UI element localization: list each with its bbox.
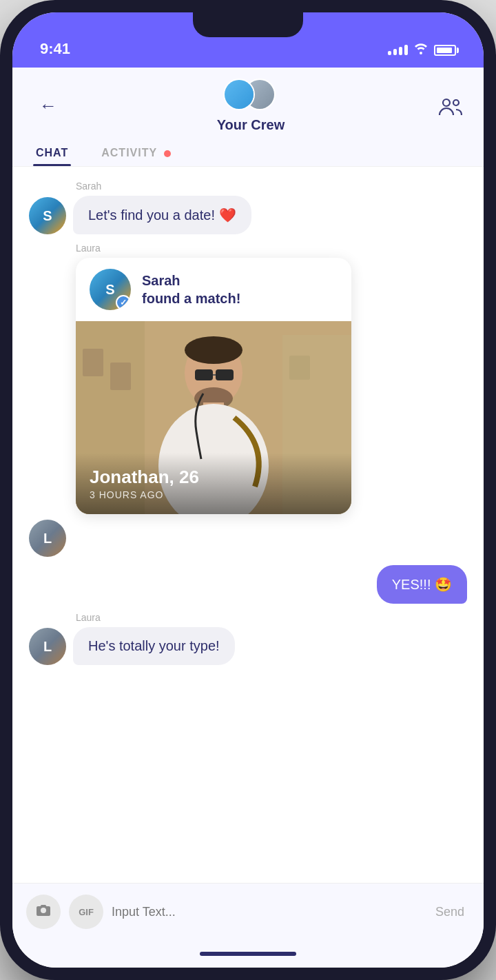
header: ← Your Crew: [12, 68, 484, 167]
tab-chat[interactable]: CHAT: [33, 140, 71, 166]
notch: [193, 12, 303, 37]
match-finder-avatar: S ✓: [90, 269, 131, 310]
laura-avatar-match-img: L: [29, 520, 66, 557]
crew-avatars: [223, 79, 278, 114]
svg-rect-6: [110, 363, 131, 390]
match-time: 3 HOURS AGO: [90, 489, 338, 500]
camera-button[interactable]: [26, 895, 61, 929]
back-button[interactable]: ←: [33, 91, 63, 121]
svg-rect-7: [289, 356, 310, 380]
send-button[interactable]: Send: [430, 899, 470, 925]
camera-icon: [36, 904, 51, 921]
svg-rect-5: [83, 349, 103, 376]
laura-avatar-match: L: [29, 520, 66, 557]
match-card-text: Sarahfound a match!: [142, 272, 240, 307]
svg-rect-9: [195, 369, 213, 380]
message-group-sarah-1: Sarah S Let's find you a date! ❤️: [29, 181, 467, 234]
sarah-avatar: S: [29, 197, 66, 234]
wifi-icon: [413, 42, 428, 58]
header-tabs: CHAT ACTIVITY: [33, 140, 463, 166]
header-center: Your Crew: [217, 79, 285, 133]
match-person-name: Jonathan, 26: [90, 467, 338, 488]
home-bar: [200, 952, 296, 956]
message-group-self: YES!!! 🤩: [29, 565, 467, 604]
chat-area: Sarah S Let's find you a date! ❤️ Laura: [12, 167, 484, 883]
sender-label-laura-1: Laura: [76, 243, 467, 254]
input-bar: GIF Send: [12, 883, 484, 940]
crew-avatar-1: [223, 79, 255, 110]
header-top: ← Your Crew: [33, 79, 463, 133]
back-arrow-icon: ←: [39, 95, 57, 116]
svg-rect-10: [216, 369, 234, 380]
gif-label: GIF: [79, 907, 94, 917]
message-input[interactable]: [112, 895, 422, 929]
gif-button[interactable]: GIF: [69, 895, 103, 929]
message-bubble-own: YES!!! 🤩: [377, 565, 467, 604]
contacts-button[interactable]: [438, 96, 463, 116]
match-card-header: S ✓ Sarahfound a match!: [76, 258, 351, 321]
sarah-avatar-img: S: [29, 197, 66, 234]
status-time: 9:41: [40, 40, 70, 58]
laura-avatar-2: L: [29, 628, 66, 665]
match-card-wrapper: S ✓ Sarahfound a match!: [76, 258, 467, 514]
sender-label-laura-2: Laura: [76, 612, 467, 623]
svg-point-0: [443, 99, 450, 106]
status-icons: [388, 42, 456, 58]
laura-avatar-2-img: L: [29, 628, 66, 665]
tab-activity[interactable]: ACTIVITY: [99, 140, 174, 166]
message-row-own: YES!!! 🤩: [29, 565, 467, 604]
message-row-laura-2: L He's totally your type!: [29, 627, 467, 665]
activity-notification-dot: [164, 150, 171, 157]
match-photo-overlay: Jonathan, 26 3 HOURS AGO: [76, 453, 351, 514]
svg-point-12: [185, 336, 242, 364]
message-bubble-1: Let's find you a date! ❤️: [73, 196, 251, 234]
match-photo: Jonathan, 26 3 HOURS AGO: [76, 321, 351, 514]
message-row-1: S Let's find you a date! ❤️: [29, 196, 467, 234]
sender-label-sarah: Sarah: [76, 181, 467, 192]
signal-bars-icon: [388, 45, 408, 55]
home-indicator: [12, 940, 484, 968]
match-card[interactable]: S ✓ Sarahfound a match!: [76, 258, 351, 514]
match-check-icon: ✓: [116, 295, 131, 310]
battery-icon: [434, 45, 456, 56]
group-title: Your Crew: [217, 117, 285, 133]
message-group-laura-2: Laura L He's totally your type!: [29, 612, 467, 665]
svg-point-1: [453, 100, 459, 105]
phone-frame: 9:41: [0, 0, 496, 980]
message-group-laura-match: Laura S ✓ Sarahfound a match!: [29, 243, 467, 557]
message-bubble-laura-2: He's totally your type!: [73, 627, 235, 665]
phone-screen: 9:41: [12, 12, 484, 968]
